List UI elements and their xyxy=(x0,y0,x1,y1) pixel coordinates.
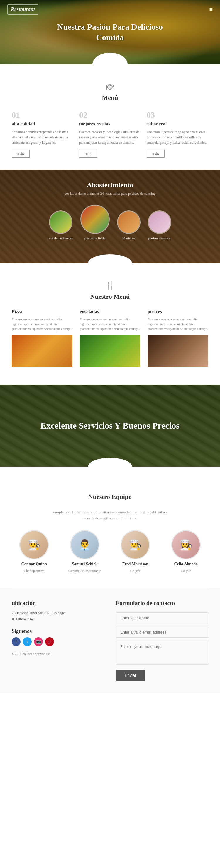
food-grid: Pizza En vero eos et accusamus et iusto … xyxy=(12,309,208,367)
menu-item-title-2: mejores recetas xyxy=(79,121,141,126)
catering-section: Abastecimiento por favor dame al menos 2… xyxy=(0,169,220,263)
siguenos-title: Síguenos xyxy=(12,628,104,634)
pizza-image xyxy=(12,335,73,367)
location-address: 28 Jackson Blvd Ste 1020 Chicago xyxy=(12,610,104,616)
menu-title: Menú xyxy=(12,94,208,101)
food-item-postres: postres En vero eos et accusamus et iust… xyxy=(147,309,208,367)
menu-icon: 🍽 xyxy=(12,82,208,92)
facebook-icon[interactable]: f xyxy=(12,637,21,646)
team-member-3: 👨‍🍳 Fred Morrison Co jefe xyxy=(113,530,158,573)
copyright-text: © 2018 Política de privacidad xyxy=(12,652,104,655)
team-name-3: Fred Morrison xyxy=(122,562,148,566)
team-member-4: 👩‍🍳 Celia Almeda Co jefe xyxy=(164,530,209,573)
menu-item-2: 02 mejores recetas Usamos cookies y tecn… xyxy=(79,111,141,158)
menu-num-3: 03 xyxy=(147,111,208,120)
postres-image xyxy=(147,335,208,367)
catering-item-3: Mariscos xyxy=(117,211,140,241)
menu-num-1: 01 xyxy=(12,111,73,120)
nuestro-menu-title: Nuestro Menú xyxy=(12,293,208,300)
pinterest-icon[interactable]: p xyxy=(45,637,54,646)
food-title-postres: postres xyxy=(147,309,208,314)
food-item-pizza: Pizza En vero eos et accusamus et iusto … xyxy=(12,309,73,367)
catering-subtitle: por favor dame al menos 24 horas antes p… xyxy=(64,191,156,196)
catering-item-1: ensaladas frescas xyxy=(49,211,73,241)
catering-circle-1 xyxy=(49,211,73,234)
food-title-ensaladas: ensaladas xyxy=(80,309,140,314)
nuestro-menu-section: 🍴 Nuestro Menú Pizza En vero eos et accu… xyxy=(0,263,220,379)
contact-email-input[interactable] xyxy=(116,627,208,638)
avatar-image-2: 👨‍💼 xyxy=(71,531,99,559)
food-title-pizza: Pizza xyxy=(12,309,73,314)
menu-section: 🍽 Menú 01 alta calidad Servimos comidas … xyxy=(0,64,220,169)
team-name-1: Connor Quinn xyxy=(21,562,47,566)
menu-item-title-3: sabor real xyxy=(147,121,208,126)
team-section: Nuestro Equipo Sample text. Lorem ipsum … xyxy=(0,472,220,588)
food-text-pizza: En vero eos et accusamus et iusto odio d… xyxy=(12,317,73,331)
food-text-postres: En vero eos et accusamus et iusto odio d… xyxy=(147,317,208,331)
mas-button-1[interactable]: más xyxy=(12,150,30,158)
hero-text: Nuestra Pasión Para Delicioso Comida xyxy=(55,22,165,43)
team-avatar-4: 👩‍🍳 xyxy=(171,530,201,559)
menu-item-title-1: alta calidad xyxy=(12,121,73,126)
contact-form: Enviar xyxy=(116,613,208,681)
nuestro-menu-icon: 🍴 xyxy=(12,281,208,290)
catering-label-2: platos de fiesta xyxy=(84,236,106,241)
catering-title: Abastecimiento xyxy=(87,181,134,189)
catering-label-3: Mariscos xyxy=(122,236,135,241)
catering-label-4: postres veganos xyxy=(148,236,170,241)
avatar-image-1: 👨‍🍳 xyxy=(20,531,48,559)
menu-item-1: 01 alta calidad Servimos comidas prepara… xyxy=(12,111,73,158)
siguenos-section: Síguenos f t 📷 p xyxy=(12,628,104,646)
contact-message-input[interactable] xyxy=(116,641,208,664)
hamburger-menu-icon[interactable]: ≡ xyxy=(210,6,213,13)
contact-title: Formulario de contacto xyxy=(116,600,208,607)
catering-circle-4 xyxy=(148,211,171,234)
catering-circle-3 xyxy=(117,211,140,234)
salad-image xyxy=(50,211,72,233)
twitter-icon[interactable]: t xyxy=(23,637,32,646)
menu-item-3: 03 sabor real Una masa ligera de trigo a… xyxy=(147,111,208,158)
team-name-2: Samuel Schick xyxy=(72,562,98,566)
food-text-ensaladas: En vero eos et accusamus et iusto odio d… xyxy=(80,317,140,331)
instagram-icon[interactable]: 📷 xyxy=(34,637,43,646)
seafood-image xyxy=(118,211,140,233)
avatar-image-3: 👨‍🍳 xyxy=(121,531,149,559)
avatar-image-4: 👩‍🍳 xyxy=(172,531,200,559)
team-grid: 👨‍🍳 Connor Quinn Chef ejecutivo 👨‍💼 Samu… xyxy=(12,530,208,573)
mas-button-2[interactable]: más xyxy=(79,150,97,158)
team-avatar-2: 👨‍💼 xyxy=(70,530,100,559)
contact-section: Formulario de contacto Enviar xyxy=(116,600,208,681)
menu-item-text-1: Servimos comidas preparadas de la más al… xyxy=(12,129,73,145)
mas-button-3[interactable]: más xyxy=(147,150,165,158)
location-and-social: ubicación 28 Jackson Blvd Ste 1020 Chica… xyxy=(12,600,104,681)
catering-item-2: platos de fiesta xyxy=(80,205,110,241)
party-image xyxy=(81,206,109,233)
menu-grid: 01 alta calidad Servimos comidas prepara… xyxy=(12,111,208,158)
team-member-1: 👨‍🍳 Connor Quinn Chef ejecutivo xyxy=(12,530,57,573)
ensaladas-img-inner xyxy=(80,335,140,367)
catering-label-1: ensaladas frescas xyxy=(49,236,73,241)
navigation: Restaurant ≡ xyxy=(0,0,220,19)
contact-submit-button[interactable]: Enviar xyxy=(116,670,145,681)
contact-name-input[interactable] xyxy=(116,613,208,623)
excellent-section: Excelente Servicios Y Buenos Precios xyxy=(0,385,220,467)
menu-item-text-2: Usamos cookies y tecnologías similares d… xyxy=(79,129,141,145)
team-role-4: Co jefe xyxy=(181,569,191,573)
team-name-4: Celia Almeda xyxy=(174,562,198,566)
excellent-text: Excelente Servicios Y Buenos Precios xyxy=(35,414,185,437)
team-subtitle: Sample text. Lorem ipsum dolor sit amet,… xyxy=(51,509,169,522)
catering-circle-2 xyxy=(80,205,110,234)
menu-item-text-3: Una masa ligera de trigo agno con nueces… xyxy=(147,129,208,145)
site-logo[interactable]: Restaurant xyxy=(7,4,38,14)
catering-items: ensaladas frescas platos de fiesta Maris… xyxy=(49,205,171,241)
dessert-image xyxy=(149,211,170,233)
catering-item-4: postres veganos xyxy=(148,211,171,241)
ensaladas-image xyxy=(80,335,140,367)
social-icons: f t 📷 p xyxy=(12,637,104,646)
team-avatar-3: 👨‍🍳 xyxy=(120,530,150,559)
excellent-content: Excelente Servicios Y Buenos Precios xyxy=(0,385,220,467)
team-role-2: Gerente del restaurante xyxy=(68,569,101,573)
postres-img-inner xyxy=(147,335,208,367)
pizza-img-inner xyxy=(12,335,73,367)
location-title: ubicación xyxy=(12,600,104,607)
